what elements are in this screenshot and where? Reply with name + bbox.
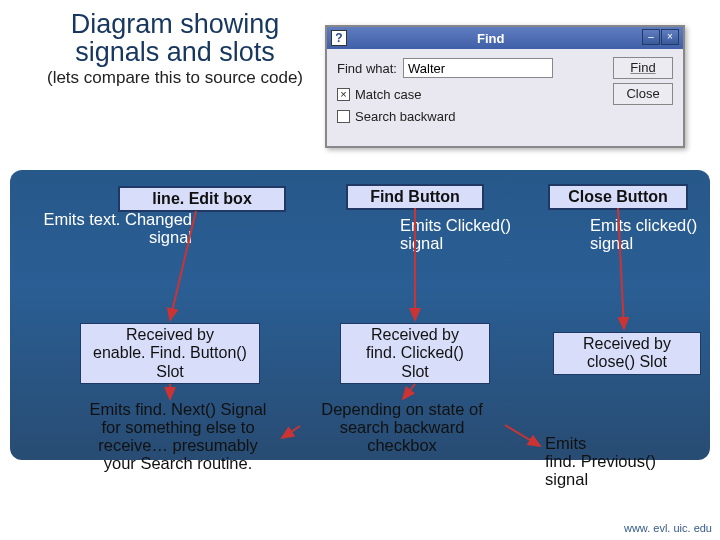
- emits-clicked-close: Emits clicked()signal: [590, 216, 697, 252]
- node-lineedit: line. Edit box: [118, 186, 286, 212]
- node-find-button: Find Button: [346, 184, 484, 210]
- match-case-checkbox[interactable]: ×: [337, 88, 350, 101]
- footer-url: www. evl. uic. edu: [624, 522, 712, 534]
- match-case-label: Match case: [355, 87, 421, 102]
- emits-clicked-find: Emits Clicked()signal: [400, 216, 511, 252]
- slide-subtitle: (lets compare this to source code): [45, 69, 305, 87]
- node-close-slot: Received by close() Slot: [553, 332, 701, 375]
- dialog-title: Find: [477, 31, 504, 46]
- search-backward-checkbox[interactable]: [337, 110, 350, 123]
- note-findprev: Emits find. Previous() signal: [545, 434, 695, 488]
- note-findnext: Emits find. Next() Signal for something …: [78, 400, 278, 473]
- logo: evl: [14, 520, 26, 530]
- search-backward-label: Search backward: [355, 109, 455, 124]
- node-enable-slot: Received by enable. Find. Button() Slot: [80, 323, 260, 384]
- find-what-label: Find what:: [337, 61, 397, 76]
- help-icon[interactable]: ?: [331, 30, 347, 46]
- slide-header: Diagram showing signals and slots (lets …: [45, 10, 305, 87]
- node-findclicked-slot: Received by find. Clicked() Slot: [340, 323, 490, 384]
- slide-title: Diagram showing signals and slots: [45, 10, 305, 67]
- node-close-button: Close Button: [548, 184, 688, 210]
- titlebar: ? Find – ×: [327, 27, 683, 49]
- close-icon[interactable]: ×: [661, 29, 679, 45]
- minimize-icon[interactable]: –: [642, 29, 660, 45]
- find-what-input[interactable]: [403, 58, 553, 78]
- emits-textchanged: Emits text. Changedsignal: [32, 210, 192, 246]
- note-depending: Depending on state of search backward ch…: [298, 400, 506, 454]
- close-button[interactable]: Close: [613, 83, 673, 105]
- find-dialog: ? Find – × Find what: Find × Match case …: [325, 25, 685, 148]
- find-button[interactable]: Find: [613, 57, 673, 79]
